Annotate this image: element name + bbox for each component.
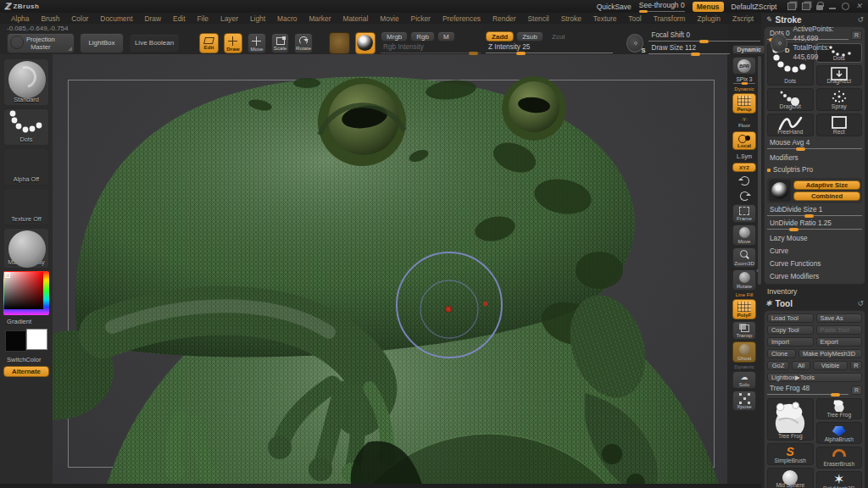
curve-modifiers-section[interactable]: Curve Modifiers: [767, 271, 862, 281]
copy-tool-button[interactable]: Copy Tool: [767, 325, 814, 335]
menu-file[interactable]: File: [191, 14, 214, 23]
sculptris-sphere-icon[interactable]: [769, 180, 791, 202]
bpr-render-button[interactable]: BPR: [732, 57, 756, 75]
current-stroke-thumbnail[interactable]: Dots: [3, 108, 49, 146]
alternate-button[interactable]: Alternate: [3, 366, 49, 377]
lazy-mouse-section[interactable]: Lazy Mouse: [767, 233, 862, 243]
frame-button[interactable]: Frame: [732, 204, 756, 223]
menu-marker[interactable]: Marker: [303, 14, 337, 23]
lock-icon[interactable]: [816, 5, 823, 10]
goz-r-button[interactable]: R: [850, 361, 862, 370]
menu-movie[interactable]: Movie: [374, 14, 404, 23]
stroke-freehand[interactable]: FreeHand: [767, 114, 814, 136]
tray-divider-arrow[interactable]: ‹: [756, 267, 759, 274]
menu-draw[interactable]: Draw: [139, 14, 168, 23]
menu-material[interactable]: Material: [337, 14, 374, 23]
switchcolor-label[interactable]: SwitchColor: [7, 356, 42, 363]
persp-button[interactable]: Persp: [732, 93, 756, 114]
minimize-icon[interactable]: [829, 3, 836, 9]
lightbox-button[interactable]: LightBox: [80, 33, 124, 53]
menu-texture[interactable]: Texture: [587, 14, 622, 23]
scale-mode-button[interactable]: Scale: [271, 33, 290, 53]
menu-document[interactable]: Document: [94, 14, 138, 23]
move-mode-button[interactable]: Move: [248, 33, 266, 53]
color-picker[interactable]: [3, 271, 49, 315]
close-icon[interactable]: ✕: [855, 3, 862, 10]
move-canvas-button[interactable]: Move: [732, 225, 756, 246]
adaptive-size-button[interactable]: Adaptive Size: [793, 180, 860, 190]
gradient-label[interactable]: Gradient: [7, 318, 31, 325]
modifiers-section[interactable]: Modifiers: [767, 152, 862, 163]
clone-button[interactable]: Clone: [767, 349, 796, 358]
rotate-canvas-button[interactable]: Rotate: [732, 269, 756, 291]
undivide-ratio-slider[interactable]: UnDivide Ratio 1.25: [767, 219, 862, 230]
tool-simplebrush[interactable]: S SimpleBrush: [767, 443, 814, 465]
load-config-icon[interactable]: [802, 3, 810, 10]
combined-button[interactable]: Combined: [793, 191, 860, 201]
tool-polymesh3d[interactable]: ✶ PolyMesh3D: [816, 471, 863, 488]
rgb-intensity-slider[interactable]: Rgb Intensity: [381, 43, 481, 54]
lightbox-tools-button[interactable]: Lightbox▶Tools: [767, 373, 862, 382]
see-through-slider[interactable]: See-through 0: [639, 1, 685, 12]
rotate-mode-button[interactable]: Rotate: [294, 33, 313, 53]
xyz-button[interactable]: XYZ: [732, 163, 756, 172]
polyframe-button[interactable]: PolyF: [732, 299, 756, 319]
zadd-button[interactable]: Zadd: [486, 31, 514, 42]
menu-color[interactable]: Color: [65, 14, 94, 23]
draw-size-slider[interactable]: Draw Size 112: [648, 44, 730, 55]
m-button[interactable]: M: [437, 31, 455, 42]
rgb-button[interactable]: Rgb: [410, 31, 435, 42]
menu-zscript[interactable]: Zscript: [726, 14, 760, 23]
menu-stencil[interactable]: Stencil: [522, 14, 555, 23]
tool-alphabrush[interactable]: AlphaBrush: [816, 422, 863, 444]
zoom3d-button[interactable]: Zoom3D: [732, 247, 756, 268]
subdivide-size-slider[interactable]: SubDivide Size 1: [767, 206, 862, 217]
default-zscript-button[interactable]: DefaultZScript: [732, 3, 777, 11]
solo-button[interactable]: ☁ Solo: [732, 371, 756, 389]
store-config-icon[interactable]: [787, 3, 796, 10]
curve-section[interactable]: Curve: [767, 246, 862, 256]
menu-preferences[interactable]: Preferences: [437, 14, 487, 23]
xpose-button[interactable]: Xpose: [732, 391, 756, 411]
transp-button[interactable]: Transp: [732, 321, 756, 340]
mrgb-button[interactable]: Mrgb: [381, 31, 408, 42]
menu-edit[interactable]: Edit: [167, 14, 191, 23]
alpha-selector-icon[interactable]: D: [771, 34, 788, 53]
tool-midsphere[interactable]: Mid Sphere: [767, 468, 814, 488]
sculptris-pro-section[interactable]: Sculptris Pro: [767, 165, 862, 175]
goz-all-button[interactable]: All: [792, 361, 810, 370]
import-button[interactable]: Import: [767, 337, 814, 347]
stroke-selector-icon[interactable]: S: [626, 34, 644, 53]
z-intensity-slider[interactable]: Z Intensity 25: [486, 43, 613, 54]
tree-frog-model[interactable]: [53, 54, 727, 485]
menu-stroke[interactable]: Stroke: [555, 14, 587, 23]
menu-light[interactable]: Light: [244, 14, 271, 23]
switch-color-swatches[interactable]: [3, 328, 49, 353]
matcap-thumbnail[interactable]: MatCap Gray: [3, 228, 49, 269]
stroke-spray[interactable]: Spray: [816, 88, 863, 111]
tool-palette-header[interactable]: ✱ Tool ↺: [764, 297, 865, 310]
tree-frog-slider[interactable]: Tree Frog 48: [767, 385, 849, 396]
tool-restore-icon[interactable]: ↺: [857, 299, 864, 308]
secondary-color-swatch[interactable]: [26, 329, 47, 350]
edit-mode-button[interactable]: Edit: [199, 33, 219, 53]
live-boolean-button[interactable]: Live Boolean: [129, 34, 180, 53]
mouse-avg-slider[interactable]: Mouse Avg 4: [767, 139, 862, 150]
zcut-button[interactable]: Zcut: [546, 31, 571, 42]
menu-zplugin[interactable]: Zplugin: [692, 14, 726, 23]
zsub-button[interactable]: Zsub: [516, 31, 543, 42]
current-tool-preview[interactable]: Tree Frog: [767, 398, 814, 441]
tool-eraserbrush[interactable]: EraserBrush: [816, 446, 863, 469]
curve-functions-section[interactable]: Curve Functions: [767, 258, 862, 269]
current-brush-thumbnail[interactable]: Standard: [3, 58, 49, 106]
current-material-button[interactable]: [355, 32, 376, 54]
focal-shift-slider[interactable]: Focal Shift 0: [648, 31, 760, 42]
lsym-button[interactable]: L.Sym: [732, 152, 756, 161]
local-button[interactable]: Local: [732, 131, 756, 150]
save-as-button[interactable]: Save As: [816, 313, 863, 323]
main-color-swatch[interactable]: [5, 330, 26, 352]
goz-visible-button[interactable]: Visible: [813, 361, 848, 370]
restore-icon[interactable]: [842, 3, 849, 10]
menu-render[interactable]: Render: [487, 14, 521, 23]
alpha-off-thumbnail[interactable]: Alpha Off: [3, 148, 49, 186]
